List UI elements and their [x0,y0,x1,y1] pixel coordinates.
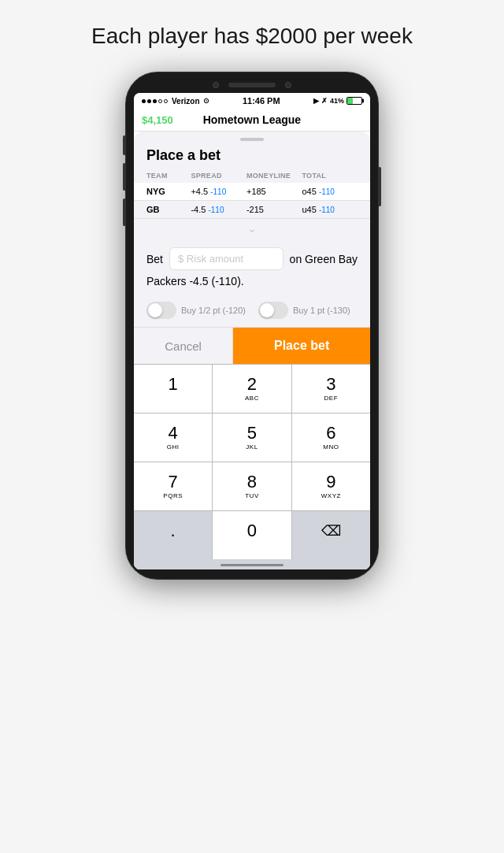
bluetooth-icon: ✗ [321,97,328,105]
phone-screen: Verizon ⊙ 11:46 PM ▶ ✗ 41% $4,150 Hometo… [134,93,370,569]
keypad-key-4[interactable]: 4 GHI [134,414,213,462]
bet-modal: Place a bet TEAM SPREAD MONEYLINE TOTAL … [134,132,370,569]
location-icon: ▶ [313,97,319,105]
status-time: 11:46 PM [243,96,280,106]
toggle-one-point[interactable]: Buy 1 pt (-130) [258,302,350,319]
keypad-row-4: . 0 ⌫ [134,510,370,559]
keypad-key-9[interactable]: 9 WXYZ [292,462,370,510]
gb-spread: -4.5 -110 [191,205,246,214]
toggle-half-point-switch[interactable] [146,302,176,319]
bet-amount-field[interactable]: $ Risk amount [169,247,284,270]
col-spread: SPREAD [191,172,246,180]
bet-amount-placeholder: $ Risk amount [178,253,243,265]
status-right: ▶ ✗ 41% [313,97,362,105]
keypad-key-1[interactable]: 1 [134,365,213,413]
keypad-key-5[interactable]: 5 JKL [213,414,291,462]
modal-title: Place a bet [146,147,220,163]
keypad-row-2: 4 GHI 5 JKL 6 MNO [134,413,370,462]
page-title: Each player has $2000 per week [76,24,428,49]
account-balance: $4,150 [142,114,173,126]
phone-sensor [285,82,291,88]
keypad-row-3: 7 PQRS 8 TUV 9 WXYZ [134,462,370,510]
keypad-row-1: 1 2 ABC 3 DEF [134,364,370,413]
odds-table-header: TEAM SPREAD MONEYLINE TOTAL [134,169,370,183]
nyg-total: o45 -110 [302,187,358,196]
bet-label: Bet [146,253,163,265]
cancel-button[interactable]: Cancel [134,328,233,364]
col-team: TEAM [146,172,191,180]
expand-chevron[interactable]: ⌄ [134,219,370,238]
keypad: 1 2 ABC 3 DEF 4 GHI [134,364,370,569]
home-indicator [134,559,370,569]
nyg-moneyline: +185 [246,187,302,196]
keypad-key-7[interactable]: 7 PQRS [134,462,213,510]
toggle-half-point-label: Buy 1/2 pt (-120) [181,306,246,315]
status-left: Verizon ⊙ [142,97,209,106]
bet-input-row: Bet $ Risk amount on Green Bay [146,247,358,270]
toggle-half-point[interactable]: Buy 1/2 pt (-120) [146,302,246,319]
phone-speaker [228,83,276,87]
nyg-spread: +4.5 -110 [191,187,246,196]
keypad-key-8[interactable]: 8 TUV [213,462,291,510]
carrier-name: Verizon [172,97,200,106]
bet-input-section: Bet $ Risk amount on Green Bay Packers -… [134,238,370,294]
phone-camera [213,82,219,88]
toggle-one-point-label: Buy 1 pt (-130) [293,306,350,315]
wifi-icon: ⊙ [203,97,209,105]
chevron-down-icon: ⌄ [247,222,257,235]
keypad-key-6[interactable]: 6 MNO [292,414,370,462]
toggles-row: Buy 1/2 pt (-120) Buy 1 pt (-130) [134,294,370,327]
col-total: TOTAL [302,172,358,180]
keypad-key-dot[interactable]: . [134,511,213,559]
action-buttons: Cancel Place bet [134,327,370,364]
team-nyg: NYG [146,187,191,196]
col-moneyline: MONEYLINE [246,172,302,180]
table-row[interactable]: GB -4.5 -110 -215 u45 -110 [134,201,370,219]
bet-on-text: on Green Bay [290,253,358,265]
phone-shell: Verizon ⊙ 11:46 PM ▶ ✗ 41% $4,150 Hometo… [126,72,378,579]
league-title: Hometown League [203,113,301,126]
battery-indicator [346,97,362,105]
nav-bar: $4,150 Hometown League [134,109,370,132]
keypad-delete-button[interactable]: ⌫ [292,511,370,559]
odds-table: TEAM SPREAD MONEYLINE TOTAL NYG +4.5 -11… [134,169,370,219]
gb-total: u45 -110 [302,205,358,214]
keypad-key-3[interactable]: 3 DEF [292,365,370,413]
signal-dots [142,99,168,103]
gb-moneyline: -215 [246,205,302,214]
delete-icon: ⌫ [292,522,370,540]
keypad-key-2[interactable]: 2 ABC [213,365,291,413]
status-bar: Verizon ⊙ 11:46 PM ▶ ✗ 41% [134,93,370,109]
table-row[interactable]: NYG +4.5 -110 +185 o45 -110 [134,183,370,201]
battery-percent: 41% [330,97,344,105]
place-bet-button[interactable]: Place bet [233,328,370,364]
keypad-key-0[interactable]: 0 [213,511,291,559]
toggle-one-point-switch[interactable] [258,302,288,319]
team-gb: GB [146,205,191,214]
modal-handle [134,132,370,141]
bet-description: Packers -4.5 (-110). [146,275,358,287]
modal-header: Place a bet [134,141,370,169]
